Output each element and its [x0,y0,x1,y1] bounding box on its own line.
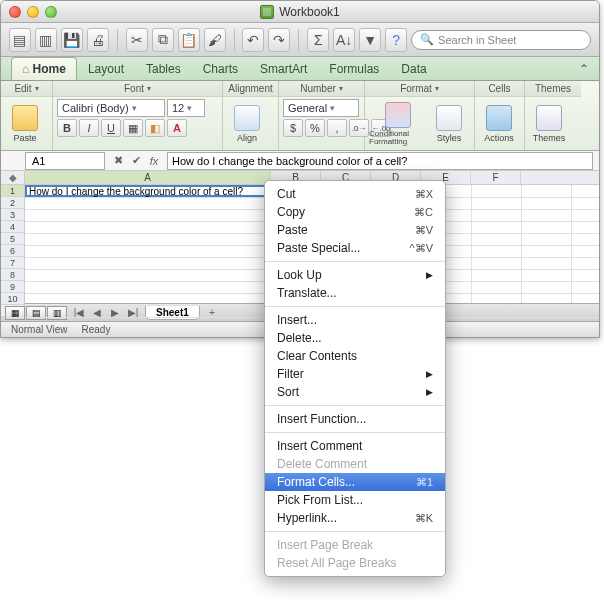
row-header[interactable]: 6 [1,245,24,257]
group-edit-label: Edit [14,83,31,94]
titlebar: Workbook1 [1,1,599,23]
row-header[interactable]: 7 [1,257,24,269]
print-button[interactable]: 🖨 [87,28,109,52]
cut-button[interactable]: ✂ [126,28,148,52]
fill-color-button[interactable]: ◧ [145,119,165,137]
tab-tables[interactable]: Tables [135,57,192,80]
ribbon-tabs: Home Layout Tables Charts SmartArt Formu… [1,57,599,81]
status-label: Ready [82,324,111,335]
quick-toolbar: ▤ ▥ 💾 🖨 ✂ ⧉ 📋 🖌 ↶ ↷ Σ A↓ ▼ ? 🔍 Search in… [1,23,599,57]
context-menu-item[interactable]: Look Up▶ [265,266,445,284]
currency-button[interactable]: $ [283,119,303,137]
bold-button[interactable]: B [57,119,77,137]
group-themes-label: Themes [535,83,571,94]
group-cells-label: Cells [488,83,510,94]
context-menu-item[interactable]: Paste⌘V [265,221,445,239]
row-header[interactable]: 2 [1,197,24,209]
context-menu-item[interactable]: Delete... [265,329,445,347]
styles-button[interactable]: Styles [429,100,469,148]
filter-button[interactable]: ▼ [359,28,381,52]
accept-formula-button[interactable]: ✔ [127,152,145,170]
search-input[interactable]: 🔍 Search in Sheet [411,30,591,50]
normal-view-button[interactable]: ▦ [5,306,25,320]
document-icon [260,5,274,19]
tab-smartart[interactable]: SmartArt [249,57,318,80]
context-menu: Cut⌘XCopy⌘CPaste⌘VPaste Special...^⌘VLoo… [264,180,446,577]
ribbon-collapse-button[interactable]: ⌃ [569,58,599,80]
align-button[interactable]: Align [227,100,267,148]
percent-button[interactable]: % [305,119,325,137]
context-menu-item[interactable]: Paste Special...^⌘V [265,239,445,257]
cancel-formula-button[interactable]: ✖ [109,152,127,170]
group-number-label: Number [300,83,336,94]
paste-button[interactable]: 📋 [178,28,200,52]
actions-button[interactable]: Actions [479,100,519,148]
font-color-button[interactable]: A [167,119,187,137]
save-button[interactable]: 💾 [61,28,83,52]
row-headers: 1234567891011 [1,185,25,317]
sort-button[interactable]: A↓ [333,28,355,52]
column-header[interactable]: F [471,171,521,184]
undo-button[interactable]: ↶ [242,28,264,52]
context-menu-item: Reset All Page Breaks [265,554,445,572]
themes-button[interactable]: Themes [529,100,569,148]
formula-bar: A1 ✖ ✔ fx How do I change the background… [1,151,599,171]
row-header[interactable]: 10 [1,293,24,305]
active-cell[interactable]: How do I change the background color of … [25,185,271,197]
context-menu-item[interactable]: Filter▶ [265,365,445,383]
row-header[interactable]: 1 [1,185,24,197]
window-title: Workbook1 [279,5,339,19]
tab-charts[interactable]: Charts [192,57,249,80]
help-button[interactable]: ? [385,28,407,52]
border-button[interactable]: ▦ [123,119,143,137]
format-painter-button[interactable]: 🖌 [204,28,226,52]
font-family-combo[interactable]: Calibri (Body)▾ [57,99,165,117]
tab-home[interactable]: Home [11,57,77,80]
context-menu-item[interactable]: Format Cells...⌘1 [265,473,445,491]
context-menu-item[interactable]: Sort▶ [265,383,445,401]
context-menu-item[interactable]: Copy⌘C [265,203,445,221]
column-header[interactable]: A [25,171,271,184]
name-box[interactable]: A1 [25,152,105,170]
underline-button[interactable]: U [101,119,121,137]
context-menu-item[interactable]: Pick From List... [265,491,445,509]
tab-layout[interactable]: Layout [77,57,135,80]
context-menu-item[interactable]: Insert Function... [265,410,445,428]
group-font-label: Font [124,83,144,94]
row-header[interactable]: 8 [1,269,24,281]
redo-button[interactable]: ↷ [268,28,290,52]
context-menu-item: Insert Page Break [265,536,445,554]
row-header[interactable]: 5 [1,233,24,245]
sum-button[interactable]: Σ [307,28,329,52]
context-menu-item[interactable]: Translate... [265,284,445,302]
italic-button[interactable]: I [79,119,99,137]
new-button[interactable]: ▤ [9,28,31,52]
formula-input[interactable]: How do I change the background color of … [167,152,593,170]
font-size-combo[interactable]: 12▾ [167,99,205,117]
context-menu-item[interactable]: Hyperlink...⌘K [265,509,445,527]
tab-formulas[interactable]: Formulas [318,57,390,80]
search-placeholder: Search in Sheet [438,34,516,46]
select-all-corner[interactable]: ◆ [1,171,24,185]
copy-button[interactable]: ⧉ [152,28,174,52]
row-header[interactable]: 4 [1,221,24,233]
context-menu-item: Delete Comment [265,455,445,473]
group-format-label: Format [400,83,432,94]
paste-big-button[interactable]: Paste [5,100,45,148]
number-format-combo[interactable]: General▾ [283,99,359,117]
view-mode-label: Normal View [11,324,68,335]
comma-button[interactable]: , [327,119,347,137]
fx-button[interactable]: fx [145,152,163,170]
context-menu-item[interactable]: Insert... [265,311,445,329]
context-menu-item[interactable]: Insert Comment [265,437,445,455]
tab-data[interactable]: Data [390,57,437,80]
group-alignment-label: Alignment [228,83,272,94]
row-header[interactable]: 3 [1,209,24,221]
ribbon: Edit▾ Paste Font▾ Calibri (Body)▾ 12▾ B … [1,81,599,151]
open-button[interactable]: ▥ [35,28,57,52]
row-header[interactable]: 9 [1,281,24,293]
context-menu-item[interactable]: Clear Contents [265,347,445,365]
context-menu-item[interactable]: Cut⌘X [265,185,445,203]
search-icon: 🔍 [420,33,434,46]
conditional-formatting-button[interactable]: Conditional Formatting [369,100,427,148]
